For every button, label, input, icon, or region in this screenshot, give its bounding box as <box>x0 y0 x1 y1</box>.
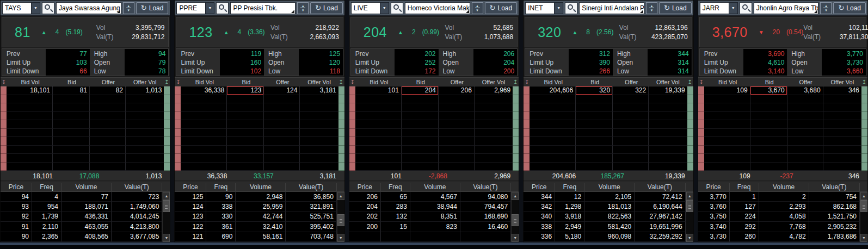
chevron-down-icon[interactable]: ▼ <box>205 3 214 14</box>
trade-price-cell[interactable]: 3,740 <box>698 222 730 232</box>
trade-freq-cell[interactable]: 2,110 <box>32 222 61 232</box>
scroll-down-button[interactable]: ▼ <box>337 234 344 242</box>
trade-volume-cell[interactable]: 436,331 <box>61 212 112 222</box>
trade-freq-cell[interactable]: 2,365 <box>32 232 61 242</box>
trade-value-cell[interactable]: 4,014,245 <box>112 212 162 222</box>
scroll-track[interactable] <box>337 200 344 234</box>
offer-upload-icon[interactable]: ↥ <box>687 79 693 85</box>
scroll-thumb[interactable] <box>163 200 170 212</box>
trade-value-cell[interactable]: 19,651,996 <box>635 222 685 232</box>
trade-price-cell[interactable]: 3,750 <box>698 212 730 222</box>
trade-value-cell[interactable]: 32,259,292 <box>635 232 685 242</box>
scroll-track[interactable] <box>860 200 867 234</box>
offer-vol-cell[interactable]: 2,969 <box>475 86 513 95</box>
bid-price-cell[interactable]: 123 <box>227 86 264 95</box>
offer-vol-cell[interactable]: 3,181 <box>300 86 338 95</box>
trade-volume-cell[interactable]: 77 <box>61 192 112 202</box>
bid-download-icon[interactable]: ↧ <box>698 79 705 85</box>
ticker-combobox[interactable]: TAYS ▼ <box>2 2 40 14</box>
trade-value-cell[interactable]: 4,213,800 <box>112 222 162 232</box>
scroll-down-button[interactable]: ▼ <box>686 234 693 242</box>
scroll-up-button[interactable]: ▲ <box>686 192 693 200</box>
trade-value-cell[interactable]: 94,080 <box>460 192 511 202</box>
bid-price-cell[interactable]: 3,670 <box>750 86 787 95</box>
bid-vol-cell[interactable]: 204,606 <box>530 86 576 95</box>
bid-price-cell[interactable]: 204 <box>402 86 439 95</box>
scroll-track[interactable] <box>512 200 519 234</box>
chevron-down-icon[interactable]: ▼ <box>380 3 389 14</box>
trade-volume-cell[interactable]: 960,098 <box>584 232 635 242</box>
trade-price-cell[interactable]: 342 <box>524 202 555 211</box>
trade-freq-cell[interactable]: 4 <box>32 192 61 202</box>
trade-volume-cell[interactable]: 25,959 <box>236 202 286 211</box>
trade-value-cell[interactable]: 3,677,085 <box>112 232 162 242</box>
trade-price-cell[interactable]: 340 <box>524 212 555 222</box>
trade-freq-cell[interactable]: 1,298 <box>555 202 584 211</box>
offer-vol-cell[interactable]: 1,013 <box>126 86 164 95</box>
trade-price-cell[interactable]: 3,770 <box>698 192 730 202</box>
scrollbar[interactable]: ▲ ▼ <box>337 192 344 242</box>
trade-freq-cell[interactable]: 90 <box>206 192 236 202</box>
trade-price-cell[interactable]: 124 <box>175 202 206 211</box>
trade-value-cell[interactable]: 754 <box>809 192 860 202</box>
ticker-combobox[interactable]: PPRE ▼ <box>176 2 214 14</box>
trade-price-cell[interactable]: 206 <box>349 192 381 202</box>
scroll-thumb[interactable] <box>686 200 693 212</box>
trade-freq-cell[interactable]: 690 <box>206 232 236 242</box>
offer-upload-icon[interactable]: ↥ <box>163 79 170 85</box>
trade-volume-cell[interactable]: 463,055 <box>61 222 112 232</box>
trade-price-cell[interactable]: 344 <box>524 192 555 202</box>
company-name-input[interactable]: Sinergi Inti Andalan Prin <box>579 2 644 14</box>
trade-freq-cell[interactable]: 1,739 <box>32 212 61 222</box>
bid-price-cell[interactable]: 320 <box>576 86 613 95</box>
trade-freq-cell[interactable]: 5,180 <box>555 232 584 242</box>
trade-freq-cell[interactable]: 2,949 <box>555 222 584 232</box>
trade-price-cell[interactable]: 336 <box>524 232 555 242</box>
trade-freq-cell[interactable]: 224 <box>730 212 759 222</box>
trade-volume-cell[interactable]: 2,293 <box>759 202 809 211</box>
trade-value-cell[interactable]: 27,967,142 <box>635 212 685 222</box>
trade-value-cell[interactable]: 1,749,060 <box>112 202 162 211</box>
search-button[interactable] <box>565 2 577 14</box>
trade-value-cell[interactable]: 2,905,232 <box>809 222 860 232</box>
scroll-up-button[interactable]: ▲ <box>512 192 519 200</box>
scrollbar[interactable]: ▲ ▼ <box>686 192 693 242</box>
trade-volume-cell[interactable]: 2,948 <box>236 192 286 202</box>
trade-volume-cell[interactable]: 38,944 <box>410 202 460 211</box>
load-button[interactable]: ↻ Load <box>485 2 518 14</box>
trade-freq-cell[interactable]: 954 <box>32 202 61 211</box>
trade-price-cell[interactable]: 338 <box>524 222 555 232</box>
bid-vol-cell[interactable]: 101 <box>355 86 402 95</box>
ticker-combobox[interactable]: LIVE ▼ <box>351 2 389 14</box>
scroll-track[interactable] <box>686 200 693 234</box>
trade-freq-cell[interactable]: 330 <box>206 212 236 222</box>
trade-value-cell[interactable]: 36,850 <box>286 192 336 202</box>
offer-upload-icon[interactable]: ↥ <box>861 79 867 85</box>
trade-price-cell[interactable]: 93 <box>1 202 32 211</box>
trade-volume-cell[interactable]: 32,410 <box>236 222 286 232</box>
trade-value-cell[interactable]: 6,190,644 <box>635 202 685 211</box>
offer-vol-cell[interactable]: 346 <box>823 86 861 95</box>
scroll-thumb[interactable] <box>860 200 867 212</box>
trade-value-cell[interactable]: 703,748 <box>286 232 336 242</box>
row-fit-button[interactable]: ▴ ▾ <box>297 2 309 14</box>
trade-value-cell[interactable]: 16,460 <box>460 222 511 232</box>
offer-price-cell[interactable]: 206 <box>439 86 475 95</box>
offer-upload-icon[interactable]: ↥ <box>512 79 519 85</box>
trade-price-cell[interactable]: 91 <box>1 222 32 232</box>
bid-download-icon[interactable]: ↧ <box>175 79 181 85</box>
chevron-down-icon[interactable]: ▼ <box>554 3 563 14</box>
trade-value-cell[interactable]: 321,891 <box>286 202 336 211</box>
trade-freq-cell[interactable]: 3,918 <box>555 212 584 222</box>
bid-download-icon[interactable]: ↧ <box>349 79 356 85</box>
trade-price-cell[interactable]: 202 <box>349 212 381 222</box>
trade-volume-cell[interactable]: 58,161 <box>236 232 286 242</box>
offer-upload-icon[interactable]: ↥ <box>338 79 344 85</box>
scroll-thumb[interactable] <box>337 214 344 226</box>
trade-volume-cell[interactable]: 42,744 <box>236 212 286 222</box>
bid-vol-cell[interactable]: 18,101 <box>7 86 53 95</box>
row-fit-button[interactable]: ▴ ▾ <box>646 2 657 14</box>
company-name-input[interactable]: PP Presisi Tbk. <box>230 2 296 14</box>
search-button[interactable] <box>740 2 752 14</box>
trade-freq-cell[interactable]: 12 <box>555 192 584 202</box>
